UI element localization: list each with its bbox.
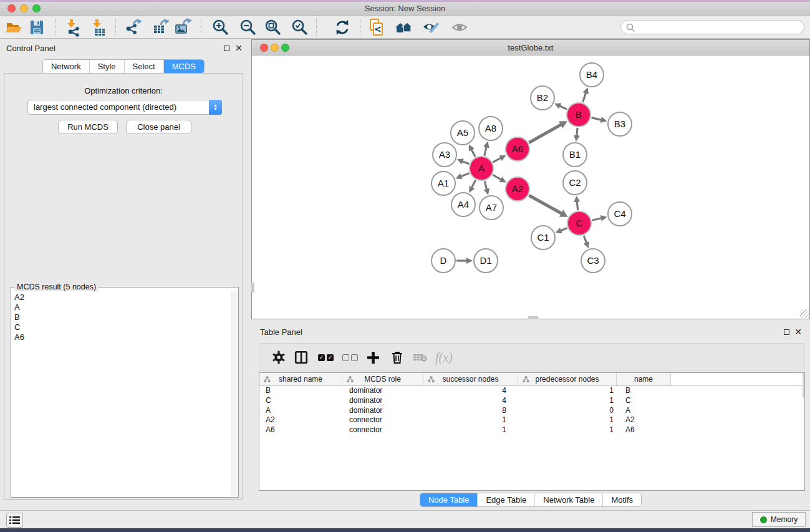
save-session-icon[interactable] [27, 18, 46, 37]
select-all-checkboxes-icon[interactable]: ✓✓ [318, 350, 334, 365]
toolbar-separator [316, 19, 317, 36]
close-panel-icon[interactable]: ✕ [235, 45, 243, 51]
table-row[interactable]: Adominator80A [259, 406, 804, 416]
graph-node-label: A7 [486, 202, 497, 213]
mcds-result-item[interactable]: B [12, 312, 231, 322]
table-cell: A6 [259, 425, 342, 435]
network-canvas[interactable]: AA1A2A3A4A5A6A7A8BB1B2B3B4CC1C2C3C4DD1 [252, 56, 809, 319]
table-row[interactable]: Bdominator41B [259, 386, 804, 396]
table-panel-title: Table Panel [260, 327, 302, 337]
table-cell: 1 [518, 425, 617, 435]
tab-network-table[interactable]: Network Table [534, 493, 602, 506]
tab-select[interactable]: Select [124, 60, 163, 73]
memory-status-icon [760, 516, 767, 523]
graph-edge-A2-C[interactable] [529, 195, 562, 214]
float-panel-icon[interactable] [224, 46, 229, 51]
graph-edge-A-A1[interactable] [460, 173, 469, 177]
table-row[interactable]: Cdominator41C [259, 396, 804, 406]
search-icon [626, 23, 635, 32]
resize-grip-icon[interactable] [800, 309, 809, 318]
graph-edge-C-C3[interactable] [584, 236, 587, 244]
export-table-icon[interactable] [152, 18, 170, 37]
tab-edge-table[interactable]: Edge Table [477, 493, 534, 506]
home-icon[interactable] [394, 18, 413, 37]
add-column-icon[interactable] [367, 350, 380, 365]
settings-gear-icon[interactable] [272, 350, 286, 365]
table-cell: A [259, 406, 342, 416]
scroll-hint [528, 316, 538, 319]
preview-style-icon[interactable] [422, 18, 440, 37]
table-cell: 1 [518, 396, 617, 406]
unselect-all-checkboxes-icon[interactable] [342, 350, 358, 365]
tab-network[interactable]: Network [43, 60, 89, 73]
graph-edge-C-C4[interactable] [592, 218, 602, 221]
graph-node-label: A2 [512, 183, 523, 194]
graph-edge-C-C2[interactable] [577, 201, 578, 210]
table-cell: C [617, 396, 671, 406]
network-window-titlebar: testGlobe.txt [252, 40, 809, 56]
graph-edge-A-A4[interactable] [471, 180, 476, 188]
zoom-in-icon[interactable] [211, 18, 230, 37]
table-scrollbar[interactable] [803, 373, 804, 398]
export-image-icon[interactable] [173, 18, 192, 37]
tab-mcds[interactable]: MCDS [163, 60, 204, 73]
graph-edge-A-A7[interactable] [485, 181, 487, 190]
open-session-icon[interactable] [4, 18, 23, 37]
table-row[interactable]: A2connector11A2 [259, 415, 804, 425]
graph-edge-A-A8[interactable] [485, 146, 487, 155]
mcds-result-item[interactable]: A2 [12, 293, 231, 302]
graph-edge-A-A6[interactable] [493, 158, 502, 162]
table-header-row: shared nameMCDS rolesuccessor nodesprede… [259, 373, 804, 386]
task-history-button[interactable] [6, 513, 23, 528]
float-panel-icon[interactable] [784, 329, 789, 335]
status-bar: Memory [0, 510, 810, 528]
close-panel-button[interactable]: Close panel [126, 120, 191, 134]
table-row[interactable]: A6connector11A6 [259, 425, 804, 435]
column-header-shared-name[interactable]: shared name [259, 373, 342, 385]
column-header-predecessor-nodes[interactable]: predecessor nodes [518, 373, 617, 385]
zoom-out-icon[interactable] [239, 18, 258, 37]
column-header-name[interactable]: name [617, 373, 671, 385]
import-table-icon[interactable] [90, 18, 108, 37]
import-network-icon[interactable] [64, 18, 83, 37]
zoom-fit-icon[interactable] [264, 18, 282, 37]
close-panel-icon[interactable]: ✕ [794, 329, 802, 335]
table-cell: A [617, 406, 671, 416]
search-input[interactable] [620, 20, 804, 34]
delete-column-trash-icon[interactable] [390, 350, 404, 365]
optimization-criterion-dropdown[interactable]: largest connected component (directed) ▲… [27, 100, 222, 115]
column-header-successor-nodes[interactable]: successor nodes [423, 373, 518, 385]
zoom-selected-icon[interactable] [291, 18, 309, 37]
column-header-label: successor nodes [442, 375, 498, 384]
list-icon [7, 513, 22, 527]
mcds-result-item[interactable]: A [12, 302, 231, 312]
graph-edge-A-A2[interactable] [493, 175, 502, 180]
mcds-result-item[interactable]: C [12, 322, 231, 332]
graph-edge-B-B4[interactable] [583, 92, 586, 102]
tab-motifs[interactable]: Motifs [602, 493, 641, 506]
memory-button[interactable]: Memory [752, 512, 806, 527]
show-hide-graphics-icon[interactable] [450, 18, 469, 37]
refresh-icon[interactable] [333, 18, 352, 37]
graph-edge-B-B2[interactable] [559, 105, 567, 109]
tab-node-table[interactable]: Node Table [420, 493, 478, 506]
mcds-result-scrollbar[interactable] [231, 291, 238, 496]
graph-edge-A6-B[interactable] [529, 124, 562, 143]
columns-icon[interactable] [294, 350, 308, 365]
graph-node-label: C4 [614, 208, 625, 219]
tab-style[interactable]: Style [89, 60, 124, 73]
mcds-result-item[interactable]: A6 [12, 332, 231, 342]
column-header-MCDS-role[interactable]: MCDS role [342, 373, 423, 385]
graph-edge-arrow-icon [600, 215, 607, 221]
table-cell: 1 [423, 425, 518, 435]
optimization-criterion-label: Optimization criterion: [4, 86, 243, 95]
graph-edge-A-A5[interactable] [471, 149, 476, 157]
delete-table-icon [413, 350, 428, 365]
graph-edge-B-B1[interactable] [577, 128, 577, 137]
clone-network-icon[interactable] [367, 18, 386, 37]
run-mcds-button[interactable]: Run MCDS [58, 120, 118, 134]
export-network-icon[interactable] [124, 18, 143, 37]
column-header-label: MCDS role [364, 375, 401, 384]
graph-edge-arrow-icon [600, 117, 607, 123]
graph-edge-B-B3[interactable] [591, 118, 602, 120]
